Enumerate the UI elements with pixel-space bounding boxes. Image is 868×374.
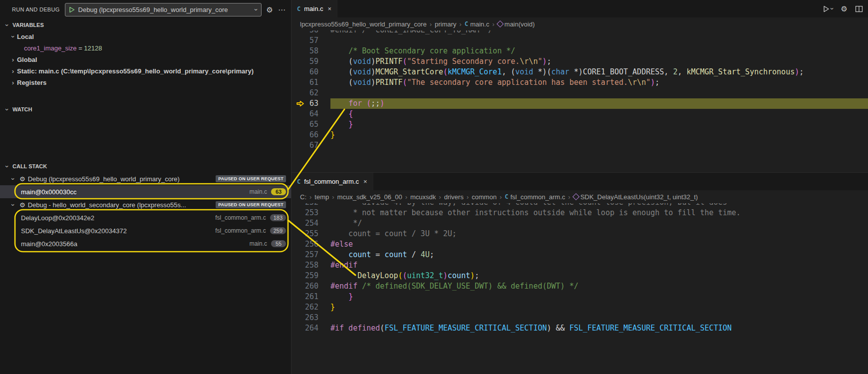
stack-frame-row[interactable]: SDK_DelayAtLeastUs@0x20034372fsl_common_… [0, 224, 291, 237]
callstack-session-row[interactable]: ›⚙Debug (lpcxpresso55s69_hello_world_pri… [0, 172, 291, 185]
code-text: #if defined(FSL_FEATURE_MEASURE_CRITICAL… [330, 323, 868, 334]
code-text: count = count / 3U * 2U; [330, 229, 868, 239]
code-line[interactable]: 258#endif [291, 260, 868, 271]
line-number[interactable]: 62 [291, 88, 330, 98]
equals-sign: = [77, 44, 84, 52]
line-number[interactable]: 66 [291, 130, 330, 140]
code-token: ) [371, 57, 375, 66]
code-line[interactable]: 61 (void)PRINTF("The secondary core appl… [291, 77, 868, 88]
code-editor-main-c[interactable]: 56#endif /* CORE1_IMAGE_COPY_TO_RAM */57… [291, 30, 868, 172]
breadcrumb-item[interactable]: primary [435, 20, 456, 28]
line-number[interactable]: 258 [291, 260, 330, 271]
variables-scope-row[interactable]: ›Registers [0, 77, 291, 88]
breadcrumb-item[interactable]: Cmain.c [465, 20, 490, 28]
code-token: */ [330, 219, 362, 228]
variables-scope-row[interactable]: ›Local [0, 31, 291, 42]
breadcrumb-item[interactable]: main(void) [498, 20, 535, 28]
close-icon[interactable]: × [328, 5, 332, 12]
code-line[interactable]: 62 [291, 88, 868, 98]
chevron-right-icon: › [500, 193, 502, 201]
breadcrumb-item[interactable]: lpcxpresso55s69_hello_world_primary_core [300, 20, 427, 28]
code-line[interactable]: 254 */ [291, 218, 868, 229]
line-number[interactable]: 259 [291, 271, 330, 281]
line-number[interactable]: 257 [291, 250, 330, 260]
breadcrumb-item[interactable]: C: [300, 193, 306, 201]
code-line[interactable]: 253 * not matter because other instructi… [291, 208, 868, 218]
line-number[interactable]: 60 [291, 67, 330, 77]
code-line[interactable]: 262} [291, 302, 868, 313]
code-line[interactable]: 63 for (;;) [291, 98, 868, 109]
code-line[interactable]: 261 } [291, 292, 868, 302]
tab-main-c[interactable]: C main.c × [291, 0, 337, 17]
code-line[interactable]: 255 count = count / 3U * 2U; [291, 229, 868, 239]
variables-scope-row[interactable]: ›Global [0, 54, 291, 65]
stack-frame-row[interactable]: main@0x000030ccmain.c63 [0, 185, 291, 198]
line-number[interactable]: 260 [291, 281, 330, 292]
code-token: ( [398, 271, 402, 280]
line-number[interactable]: 65 [291, 119, 330, 130]
call-stack-section-header[interactable]: › CALL STACK [0, 160, 291, 172]
tab-fsl-common-arm-c[interactable]: C fsl_common_arm.c × [291, 173, 373, 190]
run-or-debug-icon[interactable]: › [822, 5, 833, 13]
code-line[interactable]: 263 [291, 313, 868, 323]
code-text [330, 35, 868, 46]
more-actions-icon[interactable]: ⋯ [278, 6, 286, 13]
code-token: ( [403, 271, 407, 280]
code-line[interactable]: 57 [291, 35, 868, 46]
breadcrumb-item[interactable]: mcux_sdk_v25_06_00 [337, 193, 402, 201]
breadcrumb-item[interactable]: drivers [444, 193, 464, 201]
line-number[interactable]: 256 [291, 239, 330, 250]
code-line[interactable]: 66} [291, 130, 868, 140]
stack-frame-row[interactable]: DelayLoop@0x200342e2fsl_common_arm.c183 [0, 211, 291, 224]
code-line[interactable]: 256#else [291, 239, 868, 250]
line-number[interactable]: 261 [291, 292, 330, 302]
line-number[interactable]: 59 [291, 56, 330, 67]
variables-scope-row[interactable]: ›Static: main.c (C:\temp\lpcxpresso55s69… [0, 65, 291, 77]
breadcrumb-item[interactable]: SDK_DelayAtLeastUs(uint32_t, uint32_t) [574, 193, 698, 201]
line-number[interactable]: 63 [291, 98, 330, 109]
code-line[interactable]: 65 } [291, 119, 868, 130]
callstack-session-row[interactable]: ›⚙Debug - hello_world_secondary_core (lp… [0, 198, 291, 211]
breadcrumb-item[interactable]: common [472, 193, 497, 201]
code-line[interactable]: 56#endif /* CORE1_IMAGE_COPY_TO_RAM */ [291, 30, 868, 35]
line-number[interactable]: 56 [291, 30, 330, 35]
split-editor-icon[interactable] [855, 5, 863, 13]
breadcrumb-item[interactable]: mcuxsdk [410, 193, 436, 201]
close-icon[interactable]: × [363, 178, 367, 185]
breadcrumb-item[interactable]: temp [314, 193, 329, 201]
code-line[interactable]: 58 /* Boot Secondary core application */ [291, 46, 868, 56]
code-line[interactable]: 64 { [291, 109, 868, 119]
code-line[interactable]: 67 [291, 140, 868, 151]
start-debug-icon[interactable] [69, 6, 75, 13]
line-number[interactable]: 61 [291, 77, 330, 88]
code-line[interactable]: 264#if defined(FSL_FEATURE_MEASURE_CRITI… [291, 323, 868, 334]
line-number[interactable]: 57 [291, 35, 330, 46]
line-number[interactable]: 252 [291, 203, 330, 208]
stack-frame-row[interactable]: main@0x2003566amain.c55 [0, 237, 291, 250]
variables-section-header[interactable]: › VARIABLES [0, 19, 291, 31]
code-line[interactable]: 259 DelayLoop((uint32_t)count); [291, 271, 868, 281]
code-line[interactable]: 260#endif /* defined(SDK_DELAY_USE_DWT) … [291, 281, 868, 292]
line-number[interactable]: 264 [291, 323, 330, 334]
watch-section-header[interactable]: › WATCH [0, 103, 291, 115]
line-number[interactable]: 262 [291, 302, 330, 313]
gear-icon[interactable]: ⚙ [267, 6, 273, 13]
code-text: } [330, 292, 868, 302]
line-number[interactable]: 263 [291, 313, 330, 323]
line-number[interactable]: 67 [291, 140, 330, 151]
breadcrumb-item[interactable]: Cfsl_common_arm.c [505, 193, 565, 201]
line-number[interactable]: 58 [291, 46, 330, 56]
line-number[interactable]: 253 [291, 208, 330, 218]
debug-config-dropdown[interactable]: Debug (lpcxpresso55s69_hello_world_prima… [65, 3, 262, 16]
code-line[interactable]: 252 * divide 4. by the way, divide of 4 … [291, 203, 868, 208]
code-line[interactable]: 59 (void)PRINTF("Starting Secondary core… [291, 56, 868, 67]
gear-icon[interactable]: ⚙ [841, 4, 848, 13]
line-number[interactable]: 64 [291, 109, 330, 119]
line-number[interactable]: 254 [291, 218, 330, 229]
code-line[interactable]: 257 count = count / 4U; [291, 250, 868, 260]
code-editor-fsl-common-arm-c[interactable]: 252 * divide 4. by the way, divide of 4 … [291, 203, 868, 374]
variable-row[interactable]: core1_image_size = 12128 [0, 42, 291, 54]
code-line[interactable]: 60 (void)MCMGR_StartCore(kMCMGR_Core1, (… [291, 67, 868, 77]
c-file-icon: C [297, 5, 300, 12]
line-number[interactable]: 255 [291, 229, 330, 239]
